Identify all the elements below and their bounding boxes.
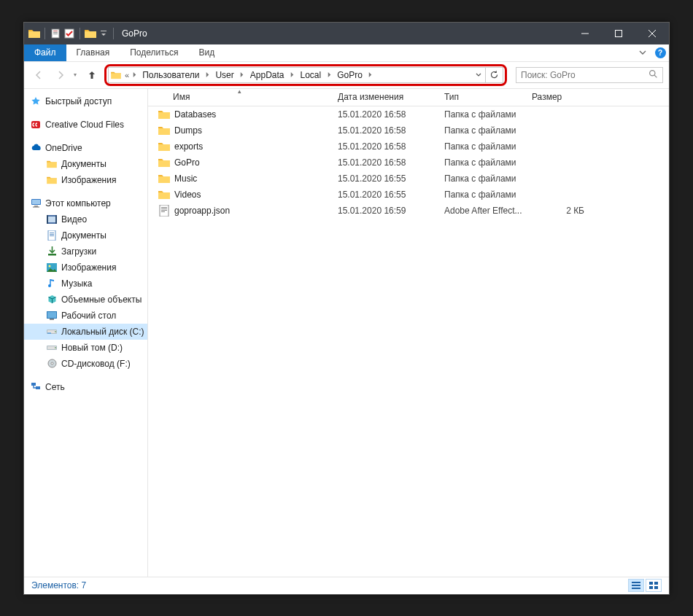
sidebar-item-label: Creative Cloud Files xyxy=(45,120,124,130)
history-dropdown-icon[interactable]: ▾ xyxy=(74,71,77,78)
view-icons-button[interactable] xyxy=(646,579,662,592)
cdrom-icon xyxy=(46,358,58,370)
sidebar-item-label: Изображения xyxy=(61,175,116,185)
sidebar-item-label: Музыка xyxy=(61,278,92,289)
sidebar-pc-desktop[interactable]: Рабочий стол xyxy=(24,308,147,324)
sidebar-item-label: Рабочий стол xyxy=(61,311,116,321)
tab-share[interactable]: Поделиться xyxy=(120,44,188,61)
sidebar-onedrive[interactable]: OneDrive xyxy=(24,140,147,156)
up-button[interactable] xyxy=(84,67,100,83)
refresh-button[interactable] xyxy=(486,67,503,83)
file-row[interactable]: GoPro15.01.2020 16:58Папка с файлами xyxy=(148,155,669,171)
chevron-right-icon[interactable] xyxy=(367,68,374,82)
minimize-button[interactable] xyxy=(568,23,602,44)
file-row[interactable]: Dumps15.01.2020 16:58Папка с файлами xyxy=(148,122,669,139)
svg-rect-3 xyxy=(53,34,58,34)
tab-home[interactable]: Главная xyxy=(66,44,120,61)
window-controls xyxy=(568,23,669,44)
file-row[interactable]: Videos15.01.2020 16:55Папка с файлами xyxy=(148,187,669,203)
onedrive-icon xyxy=(30,142,42,154)
breadcrumb-overflow[interactable]: « xyxy=(123,71,131,79)
view-details-button[interactable] xyxy=(628,579,644,592)
folder-icon xyxy=(158,109,170,120)
search-input[interactable] xyxy=(521,70,649,80)
col-date[interactable]: Дата изменения xyxy=(332,89,438,106)
file-row[interactable]: Databases15.01.2020 16:58Папка с файлами xyxy=(148,106,669,122)
tab-file[interactable]: Файл xyxy=(24,44,66,61)
col-type[interactable]: Тип xyxy=(438,89,526,106)
music-icon xyxy=(46,278,58,289)
close-button[interactable] xyxy=(635,23,669,44)
search-box[interactable] xyxy=(516,67,663,83)
sidebar-onedrive-pics[interactable]: Изображения xyxy=(24,172,147,188)
qat-check-icon[interactable] xyxy=(63,28,75,39)
sidebar-pc-drive-d[interactable]: Новый том (D:) xyxy=(24,340,147,356)
sidebar-quick-access[interactable]: Быстрый доступ xyxy=(24,93,147,109)
file-name: Databases xyxy=(174,109,216,120)
search-icon[interactable] xyxy=(649,69,658,81)
chevron-right-icon[interactable] xyxy=(325,68,333,82)
sidebar-onedrive-docs[interactable]: Документы xyxy=(24,156,147,172)
titlebar[interactable]: GoPro xyxy=(24,23,669,44)
chevron-right-icon[interactable] xyxy=(131,68,138,82)
file-list[interactable]: Databases15.01.2020 16:58Папка с файлами… xyxy=(148,106,669,577)
sidebar-pc-downloads[interactable]: Загрузки xyxy=(24,243,147,260)
properties-icon[interactable] xyxy=(50,28,61,39)
file-type: Папка с файлами xyxy=(438,174,526,184)
sidebar-pc-docs[interactable]: Документы xyxy=(24,227,147,243)
help-icon[interactable]: ? xyxy=(651,44,669,61)
folder-icon xyxy=(46,174,58,186)
svg-rect-41 xyxy=(161,208,167,209)
tab-view[interactable]: Вид xyxy=(188,44,225,61)
drive-icon xyxy=(46,342,58,354)
nav-tree[interactable]: Быстрый доступ Creative Cloud Files OneD… xyxy=(24,89,148,577)
svg-rect-45 xyxy=(632,585,640,586)
file-row[interactable]: goproapp.json15.01.2020 16:59Adobe After… xyxy=(148,203,669,219)
file-date: 15.01.2020 16:55 xyxy=(332,174,438,184)
chevron-right-icon[interactable] xyxy=(239,68,246,82)
col-size[interactable]: Размер xyxy=(526,89,592,106)
sidebar-this-pc[interactable]: Этот компьютер xyxy=(24,195,147,211)
breadcrumb-segment[interactable]: AppData xyxy=(246,68,289,82)
maximize-button[interactable] xyxy=(602,23,635,44)
svg-rect-44 xyxy=(632,582,640,583)
file-name: Videos xyxy=(174,190,201,200)
forward-button[interactable] xyxy=(52,66,69,84)
file-type: Папка с файлами xyxy=(438,125,526,136)
sidebar-pc-3d[interactable]: Объемные объекты xyxy=(24,292,147,308)
svg-rect-37 xyxy=(31,383,36,386)
sidebar-pc-cdrom[interactable]: CD-дисковод (F:) xyxy=(24,356,147,372)
downloads-icon xyxy=(46,246,58,257)
svg-point-36 xyxy=(51,362,53,364)
file-type: Папка с файлами xyxy=(438,190,526,200)
sidebar-pc-drive-c[interactable]: Локальный диск (C:) xyxy=(24,324,147,340)
svg-rect-6 xyxy=(616,30,622,36)
breadcrumb-segment[interactable]: User xyxy=(211,68,238,82)
sidebar-creative-cloud[interactable]: Creative Cloud Files xyxy=(24,117,147,133)
ribbon-expand-icon[interactable] xyxy=(634,44,651,61)
qat-dropdown-icon[interactable] xyxy=(98,28,109,39)
svg-rect-48 xyxy=(654,582,658,585)
breadcrumb-segment[interactable]: Пользователи xyxy=(138,68,204,82)
svg-rect-18 xyxy=(50,233,54,233)
sidebar-pc-pictures[interactable]: Изображения xyxy=(24,260,147,276)
address-bar[interactable]: « ПользователиUserAppDataLocalGoPro xyxy=(108,67,486,83)
folder-icon xyxy=(158,157,170,168)
breadcrumb-root-icon[interactable] xyxy=(109,71,123,79)
col-name[interactable]: ▴Имя xyxy=(148,89,332,106)
chevron-right-icon[interactable] xyxy=(289,68,296,82)
chevron-right-icon[interactable] xyxy=(204,68,211,82)
content-area: ▴Имя Дата изменения Тип Размер Databases… xyxy=(148,89,669,577)
sidebar-network[interactable]: Сеть xyxy=(24,379,147,395)
sidebar-pc-music[interactable]: Музыка xyxy=(24,276,147,292)
file-row[interactable]: exports15.01.2020 16:58Папка с файлами xyxy=(148,139,669,155)
file-row[interactable]: Music15.01.2020 16:55Папка с файлами xyxy=(148,171,669,187)
file-name: goproapp.json xyxy=(174,206,230,216)
address-dropdown-icon[interactable] xyxy=(472,72,485,78)
column-headers[interactable]: ▴Имя Дата изменения Тип Размер xyxy=(148,89,669,106)
sidebar-pc-video[interactable]: Видео xyxy=(24,211,147,227)
file-date: 15.01.2020 16:58 xyxy=(332,109,438,120)
back-button[interactable] xyxy=(30,66,47,84)
breadcrumb-segment[interactable]: GoPro xyxy=(333,68,367,82)
breadcrumb-segment[interactable]: Local xyxy=(296,68,326,82)
